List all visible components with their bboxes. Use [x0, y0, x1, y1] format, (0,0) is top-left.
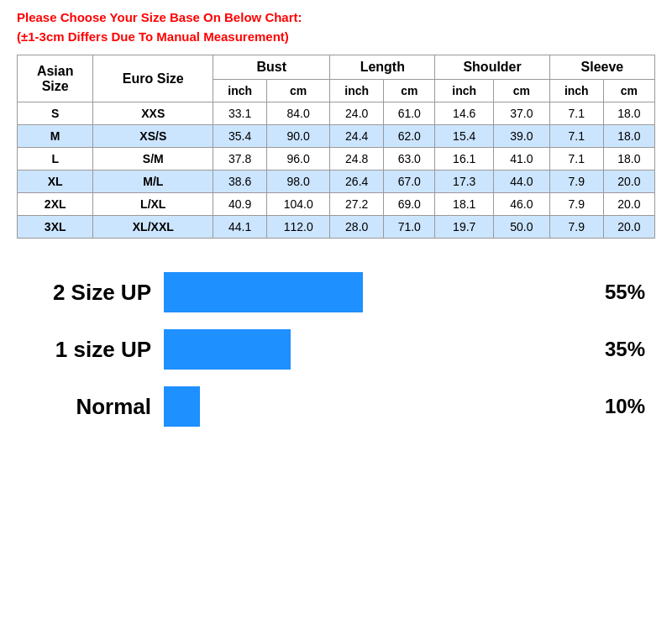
table-cell: 61.0	[384, 102, 435, 125]
table-cell: 62.0	[384, 125, 435, 148]
table-cell: 46.0	[494, 193, 550, 216]
bar-section: 2 Size UP55%1 size UP35%Normal10%	[17, 264, 655, 452]
bar-row: 1 size UP35%	[17, 329, 655, 370]
table-cell: M	[18, 125, 93, 148]
table-cell: 38.6	[213, 170, 267, 193]
table-cell: 20.0	[603, 216, 654, 239]
header-line1: Please Choose Your Size Base On Below Ch…	[17, 8, 655, 28]
table-cell: L	[18, 148, 93, 170]
table-cell: 7.1	[549, 148, 603, 170]
table-row: SXXS33.184.024.061.014.637.07.118.0	[18, 102, 655, 125]
bar-label: Normal	[17, 394, 151, 420]
table-cell: S/M	[93, 148, 213, 170]
table-cell: 15.4	[435, 125, 494, 148]
table-cell: XS/S	[93, 125, 213, 148]
shoulder-header: Shoulder	[435, 55, 549, 80]
bar-fill	[164, 272, 363, 312]
size-chart: AsianSize Euro Size Bust Length Shoulder…	[17, 55, 655, 239]
shoulder-cm-header: cm	[494, 80, 550, 102]
table-cell: 35.4	[213, 125, 267, 148]
bar-container	[164, 386, 592, 427]
table-cell: 24.8	[330, 148, 384, 170]
table-cell: 63.0	[384, 148, 435, 170]
euro-size-header: Euro Size	[93, 55, 213, 102]
column-group-row: AsianSize Euro Size Bust Length Shoulder…	[18, 55, 655, 80]
table-cell: 14.6	[435, 102, 494, 125]
length-inch-header: inch	[330, 80, 384, 102]
table-cell: 112.0	[267, 216, 330, 239]
table-row: MXS/S35.490.024.462.015.439.07.118.0	[18, 125, 655, 148]
table-cell: 39.0	[494, 125, 550, 148]
table-cell: 7.9	[549, 216, 603, 239]
table-cell: 84.0	[267, 102, 330, 125]
bar-percent: 10%	[605, 395, 655, 418]
table-cell: M/L	[93, 170, 213, 193]
table-cell: 3XL	[18, 216, 93, 239]
bar-percent: 55%	[605, 281, 655, 304]
table-cell: 7.1	[549, 125, 603, 148]
table-cell: 50.0	[494, 216, 550, 239]
sleeve-inch-header: inch	[549, 80, 603, 102]
length-cm-header: cm	[384, 80, 435, 102]
table-cell: 18.0	[603, 125, 654, 148]
table-cell: 98.0	[267, 170, 330, 193]
table-cell: 90.0	[267, 125, 330, 148]
bust-header: Bust	[213, 55, 330, 80]
table-cell: 69.0	[384, 193, 435, 216]
table-body: SXXS33.184.024.061.014.637.07.118.0MXS/S…	[18, 102, 655, 239]
table-cell: 44.1	[213, 216, 267, 239]
table-cell: 96.0	[267, 148, 330, 170]
sleeve-header: Sleeve	[549, 55, 654, 80]
bar-container	[164, 272, 592, 312]
bar-percent: 35%	[605, 338, 655, 361]
table-cell: L/XL	[93, 193, 213, 216]
table-row: 3XLXL/XXL44.1112.028.071.019.750.07.920.…	[18, 216, 655, 239]
header: Please Choose Your Size Base On Below Ch…	[17, 8, 655, 46]
bar-fill	[164, 329, 291, 370]
table-cell: 33.1	[213, 102, 267, 125]
bar-row: Normal10%	[17, 386, 655, 427]
asian-size-header: AsianSize	[18, 55, 93, 102]
bust-cm-header: cm	[267, 80, 330, 102]
table-cell: 27.2	[330, 193, 384, 216]
table-cell: 16.1	[435, 148, 494, 170]
table-row: XLM/L38.698.026.467.017.344.07.920.0	[18, 170, 655, 193]
table-cell: 7.9	[549, 170, 603, 193]
table-row: 2XLL/XL40.9104.027.269.018.146.07.920.0	[18, 193, 655, 216]
table-cell: 37.8	[213, 148, 267, 170]
table-cell: 20.0	[603, 170, 654, 193]
bar-container	[164, 329, 592, 370]
bar-label: 1 size UP	[17, 337, 151, 363]
table-cell: 41.0	[494, 148, 550, 170]
table-cell: XL	[18, 170, 93, 193]
table-cell: 67.0	[384, 170, 435, 193]
table-cell: 18.0	[603, 102, 654, 125]
table-cell: 44.0	[494, 170, 550, 193]
header-line2: (±1-3cm Differs Due To Manual Measuremen…	[17, 28, 655, 47]
table-cell: 19.7	[435, 216, 494, 239]
bar-label: 2 Size UP	[17, 280, 151, 306]
table-cell: 18.1	[435, 193, 494, 216]
table-cell: S	[18, 102, 93, 125]
length-header: Length	[330, 55, 435, 80]
table-cell: 40.9	[213, 193, 267, 216]
table-cell: 18.0	[603, 148, 654, 170]
bust-inch-header: inch	[213, 80, 267, 102]
bar-fill	[164, 386, 200, 427]
table-cell: 71.0	[384, 216, 435, 239]
table-cell: 24.0	[330, 102, 384, 125]
table-cell: 28.0	[330, 216, 384, 239]
table-row: LS/M37.896.024.863.016.141.07.118.0	[18, 148, 655, 170]
table-cell: 37.0	[494, 102, 550, 125]
table-cell: 2XL	[18, 193, 93, 216]
table-cell: 7.9	[549, 193, 603, 216]
bar-row: 2 Size UP55%	[17, 272, 655, 312]
shoulder-inch-header: inch	[435, 80, 494, 102]
table-cell: 104.0	[267, 193, 330, 216]
table-cell: 17.3	[435, 170, 494, 193]
table-cell: 26.4	[330, 170, 384, 193]
table-cell: XL/XXL	[93, 216, 213, 239]
table-cell: XXS	[93, 102, 213, 125]
sleeve-cm-header: cm	[603, 80, 654, 102]
table-cell: 24.4	[330, 125, 384, 148]
